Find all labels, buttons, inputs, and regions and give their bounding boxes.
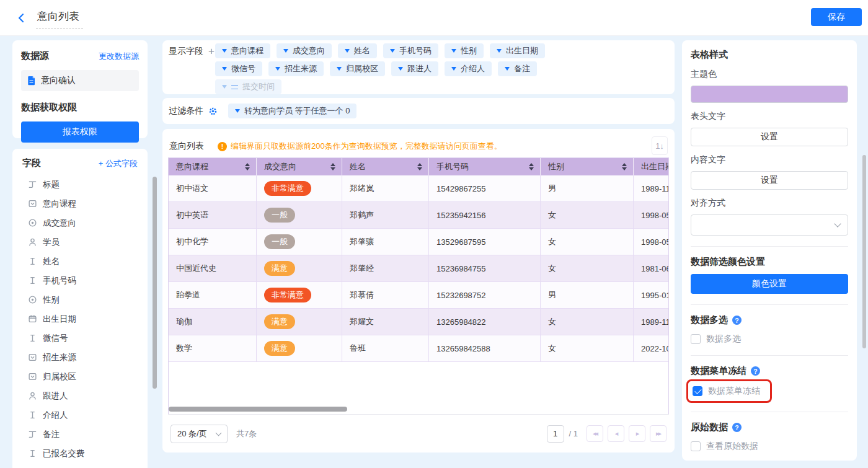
align-label: 对齐方式 <box>691 198 848 209</box>
color-settings-button[interactable]: 颜色设置 <box>691 274 848 294</box>
radio-field-icon <box>28 218 37 227</box>
tag-label: 介绍人 <box>461 63 485 74</box>
table-horizontal-scrollbar[interactable] <box>169 407 347 412</box>
sort-arrows-icon[interactable] <box>622 163 627 170</box>
caret-down-icon <box>390 49 395 53</box>
field-item-标题[interactable]: 标题 <box>22 175 138 194</box>
display-field-tag-招生来源[interactable]: 招生来源 <box>268 61 324 76</box>
header-text-settings-button[interactable]: 设置 <box>691 128 848 146</box>
freeze-checkbox-row[interactable]: 数据菜单冻结 <box>693 386 760 397</box>
checkbox-checked-icon[interactable] <box>693 386 702 396</box>
cell-name: 郑耀文 <box>342 309 429 335</box>
window-scrollbar[interactable] <box>862 155 866 348</box>
cell-gender: 女 <box>541 255 634 282</box>
theme-color-label: 主题色 <box>691 69 848 80</box>
field-item-微信号[interactable]: 微信号 <box>22 329 138 348</box>
display-field-tag-提交时间[interactable]: 提交时间 <box>215 79 281 94</box>
fields-scrollbar[interactable] <box>153 177 157 389</box>
field-item-招生来源[interactable]: 招生来源 <box>22 348 138 367</box>
sort-order-icon[interactable]: 1↓ <box>652 136 668 155</box>
column-header-出生日期[interactable]: 出生日期 <box>634 158 669 175</box>
filter-condition-tag[interactable]: 转为意向学员 等于任意一个 0 <box>228 104 356 118</box>
display-field-tag-手机号码[interactable]: 手机号码 <box>383 43 438 58</box>
cell-name: 郑鹤声 <box>342 202 429 229</box>
sort-arrows-icon[interactable] <box>330 163 335 170</box>
tag-label: 归属校区 <box>346 63 378 74</box>
field-item-意向课程[interactable]: 意向课程 <box>22 194 138 213</box>
field-item-跟进人[interactable]: 跟进人 <box>22 386 138 405</box>
add-formula-field-link[interactable]: + 公式字段 <box>99 158 138 169</box>
display-field-tag-备注[interactable]: 备注 <box>498 61 537 76</box>
add-display-field-button[interactable]: + <box>208 47 215 56</box>
display-field-tag-成交意向[interactable]: 成交意向 <box>277 43 332 58</box>
display-field-tag-归属校区[interactable]: 归属校区 <box>330 61 385 76</box>
next-page-button[interactable]: ▸ <box>629 425 645 442</box>
total-count: 共7条 <box>236 428 257 439</box>
caret-down-icon <box>275 67 280 71</box>
divider <box>691 304 848 305</box>
column-header-成交意向[interactable]: 成交意向 <box>257 158 342 175</box>
column-header-性别[interactable]: 性别 <box>541 158 634 175</box>
checkbox-unchecked-icon[interactable] <box>691 334 701 344</box>
column-header-label: 成交意向 <box>264 161 296 172</box>
column-header-姓名[interactable]: 姓名 <box>342 158 429 175</box>
change-datasource-link[interactable]: 更改数据源 <box>99 51 139 62</box>
field-item-成交意向[interactable]: 成交意向 <box>22 213 138 232</box>
display-field-tag-出生日期[interactable]: 出生日期 <box>490 43 545 58</box>
display-field-tag-微信号[interactable]: 微信号 <box>215 61 262 76</box>
field-item-姓名[interactable]: 姓名 <box>22 252 138 271</box>
field-item-label: 性别 <box>43 294 60 306</box>
column-header-label: 出生日期 <box>641 161 669 172</box>
save-button[interactable]: 保存 <box>811 8 862 26</box>
gear-icon[interactable] <box>208 107 218 116</box>
page-size-select[interactable]: 20 条/页 <box>170 425 228 443</box>
align-select[interactable] <box>691 214 848 236</box>
content-text-settings-button[interactable]: 设置 <box>691 171 848 190</box>
help-icon[interactable]: ? <box>751 366 760 376</box>
table-row[interactable]: 初中语文非常满意郑绪岚15429867255男1989-11- <box>169 175 669 202</box>
column-header-意向课程[interactable]: 意向课程 <box>169 158 257 175</box>
display-field-tag-跟进人[interactable]: 跟进人 <box>391 61 438 76</box>
table-row[interactable]: 跆拳道非常满意郑慕倩15232698752男1995-01- <box>169 282 669 309</box>
back-icon[interactable] <box>15 12 27 24</box>
field-item-备注[interactable]: 备注 <box>22 425 138 444</box>
datasource-item[interactable]: 意向确认 <box>21 70 139 91</box>
sort-arrows-icon[interactable] <box>529 163 534 170</box>
divider <box>691 412 848 412</box>
display-field-tag-姓名[interactable]: 姓名 <box>338 43 377 58</box>
prev-page-button[interactable]: ◂ <box>608 425 624 442</box>
raw-data-checkbox-row[interactable]: 查看原始数据 <box>691 441 848 452</box>
sort-arrows-icon[interactable] <box>417 163 422 170</box>
satisfaction-badge: 非常满意 <box>264 181 311 196</box>
table-row[interactable]: 初中英语一般郑鹤声15235942156女1998-05- <box>169 202 669 229</box>
theme-color-swatch[interactable] <box>691 86 848 103</box>
multi-select-checkbox-row[interactable]: 数据多选 <box>691 333 848 345</box>
tag-label: 手机号码 <box>399 45 432 56</box>
display-field-tag-介绍人[interactable]: 介绍人 <box>445 61 492 76</box>
field-item-出生日期[interactable]: 出生日期 <box>22 309 138 329</box>
display-field-tag-性别[interactable]: 性别 <box>445 43 484 58</box>
report-permission-button[interactable]: 报表权限 <box>21 121 139 143</box>
table-row[interactable]: 瑜伽满意郑耀文13265984822女1989-11- <box>169 309 669 335</box>
last-page-button[interactable]: ▸▸ <box>650 425 666 442</box>
field-item-label: 已报名交费 <box>43 448 85 459</box>
field-item-归属校区[interactable]: 归属校区 <box>22 367 138 386</box>
table-row[interactable]: 中国近代史满意郑肇经15236984755女1981-06- <box>169 255 669 282</box>
first-page-button[interactable]: ◂◂ <box>587 425 603 442</box>
field-item-介绍人[interactable]: 介绍人 <box>22 405 138 425</box>
field-item-手机号码[interactable]: 手机号码 <box>22 271 138 290</box>
sort-arrows-icon[interactable] <box>245 163 250 170</box>
column-header-手机号码[interactable]: 手机号码 <box>429 158 541 175</box>
table-row[interactable]: 数学满意鲁班132659842588女2022-10- <box>169 335 669 362</box>
chevron-down-icon <box>834 220 841 227</box>
help-icon[interactable]: ? <box>732 316 742 325</box>
field-item-学员[interactable]: 学员 <box>22 232 138 252</box>
table-row[interactable]: 初中化学一般郑肇骧13529687595女1998-05- <box>169 229 669 255</box>
field-item-性别[interactable]: 性别 <box>22 290 138 309</box>
checkbox-unchecked-icon[interactable] <box>691 441 701 451</box>
field-item-已报名交费[interactable]: 已报名交费 <box>22 444 138 463</box>
help-icon[interactable]: ? <box>732 423 742 432</box>
column-header-label: 性别 <box>548 161 564 172</box>
page-number-input[interactable]: 1 <box>547 425 564 443</box>
display-field-tag-意向课程[interactable]: 意向课程 <box>215 43 270 58</box>
